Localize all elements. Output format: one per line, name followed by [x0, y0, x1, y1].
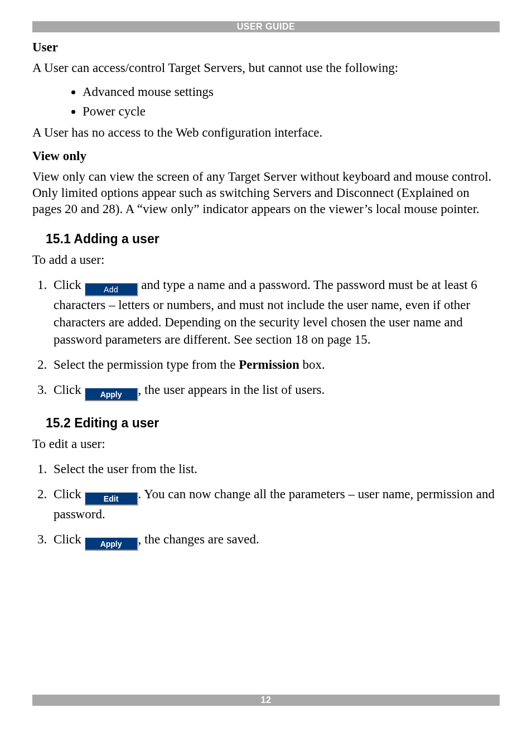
- apply-button[interactable]: Apply: [85, 388, 138, 401]
- apply-button[interactable]: Apply: [85, 537, 138, 551]
- user-bullet-list: Advanced mouse settings Power cycle: [32, 84, 500, 120]
- list-item: Select the permission type from the Perm…: [50, 356, 500, 373]
- edit-button[interactable]: Edit: [85, 492, 138, 505]
- heading-editing-user: 15.2 Editing a user: [46, 416, 500, 431]
- step-text: Click: [54, 383, 85, 397]
- add-button[interactable]: Add: [85, 283, 138, 296]
- view-only-paragraph: View only can view the screen of any Tar…: [32, 169, 500, 217]
- list-item: Advanced mouse settings: [83, 84, 500, 100]
- heading-user: User: [32, 40, 500, 55]
- adding-intro: To add a user:: [32, 252, 500, 268]
- list-item: Click Apply, the changes are saved.: [50, 531, 500, 551]
- step-text: Click: [54, 532, 85, 546]
- footer: 12: [32, 695, 500, 706]
- page-number: 12: [261, 695, 272, 705]
- user-closing: A User has no access to the Web configur…: [32, 125, 500, 141]
- heading-adding-user: 15.1 Adding a user: [46, 232, 500, 247]
- adding-steps-list: Click Add and type a name and a password…: [32, 276, 500, 401]
- step-text: box.: [299, 358, 325, 372]
- list-item: Select the user from the list.: [50, 460, 500, 478]
- user-intro: A User can access/control Target Servers…: [32, 60, 500, 76]
- list-item: Click Apply, the user appears in the lis…: [50, 381, 500, 401]
- list-item: Power cycle: [83, 104, 500, 120]
- heading-view-only: View only: [32, 149, 500, 163]
- step-text: , the user appears in the list of users.: [138, 383, 325, 397]
- header-title: USER GUIDE: [237, 22, 296, 31]
- step-text: , the changes are saved.: [138, 532, 259, 546]
- document-page: USER GUIDE User A User can access/contro…: [0, 0, 532, 581]
- list-item: Click Add and type a name and a password…: [50, 276, 500, 348]
- footer-page-number-bar: 12: [32, 695, 500, 706]
- header-title-bar: USER GUIDE: [32, 21, 500, 32]
- step-text: Click: [54, 487, 85, 501]
- step-text: Click: [54, 278, 85, 292]
- permission-label: Permission: [239, 358, 299, 372]
- editing-intro: To edit a user:: [32, 436, 500, 452]
- list-item: Click Edit. You can now change all the p…: [50, 485, 500, 523]
- editing-steps-list: Select the user from the list. Click Edi…: [32, 460, 500, 551]
- step-text: Select the permission type from the: [54, 358, 239, 372]
